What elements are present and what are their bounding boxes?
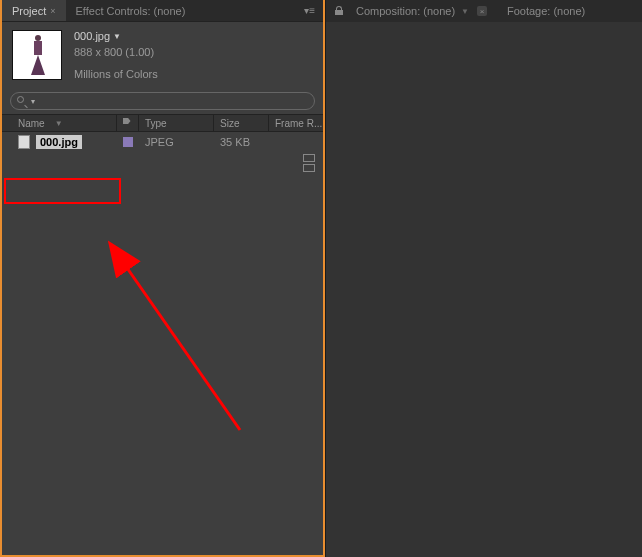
tab-effect-controls[interactable]: Effect Controls: (none) — [66, 0, 196, 21]
column-name-header[interactable]: Name ▼ — [2, 115, 117, 131]
column-size-header[interactable]: Size — [214, 115, 269, 131]
snap-toggle-icon[interactable] — [303, 154, 317, 168]
viewer-panel: Composition: (none) ▼ × Footage: (none) — [325, 0, 642, 557]
close-icon[interactable]: × — [477, 6, 487, 16]
dropdown-icon[interactable]: ▼ — [461, 7, 469, 16]
column-framerate-header[interactable]: Frame R... — [269, 115, 323, 131]
viewer-area[interactable] — [326, 22, 642, 557]
table-row[interactable]: 000.jpg JPEG 35 KB — [2, 132, 323, 152]
close-icon[interactable]: × — [50, 6, 55, 16]
tab-project-label: Project — [12, 5, 46, 17]
asset-thumbnail[interactable] — [12, 30, 62, 80]
file-icon — [18, 135, 30, 149]
tab-composition[interactable]: Composition: (none) ▼ × — [348, 1, 495, 21]
file-list[interactable]: 000.jpg JPEG 35 KB — [2, 132, 323, 555]
panel-menu-icon[interactable]: ▾≡ — [304, 5, 315, 16]
asset-info-area: 000.jpg ▼ 888 x 800 (1.00) Millions of C… — [2, 22, 323, 88]
file-size: 35 KB — [214, 136, 269, 148]
search-dropdown-icon[interactable]: ▾ — [31, 97, 35, 106]
dropdown-icon[interactable]: ▼ — [113, 32, 121, 41]
asset-name: 000.jpg — [74, 30, 110, 42]
lock-icon[interactable] — [334, 6, 344, 16]
search-input[interactable]: ▾ — [10, 92, 315, 110]
columns-header: Name ▼ Type Size Frame R... — [2, 114, 323, 132]
file-color-label[interactable] — [123, 137, 133, 147]
asset-color-info: Millions of Colors — [74, 68, 158, 80]
right-tab-bar: Composition: (none) ▼ × Footage: (none) — [326, 0, 642, 22]
column-tag-header[interactable] — [117, 115, 139, 131]
tab-composition-label: Composition: (none) — [356, 5, 455, 17]
file-name: 000.jpg — [36, 135, 82, 149]
tab-footage-label: Footage: (none) — [507, 5, 585, 17]
asset-dimensions: 888 x 800 (1.00) — [74, 46, 158, 58]
tab-footage[interactable]: Footage: (none) — [495, 1, 597, 21]
tab-project[interactable]: Project × — [2, 0, 66, 21]
left-tab-bar: Project × Effect Controls: (none) ▾≡ — [2, 0, 323, 22]
search-icon — [17, 96, 27, 106]
tag-icon — [123, 118, 133, 128]
project-panel: Project × Effect Controls: (none) ▾≡ 000… — [0, 0, 325, 557]
sort-arrow-icon: ▼ — [55, 119, 63, 128]
search-row: ▾ — [2, 88, 323, 114]
asset-details: 000.jpg ▼ 888 x 800 (1.00) Millions of C… — [74, 30, 158, 80]
tab-effect-controls-label: Effect Controls: (none) — [76, 5, 186, 17]
file-type: JPEG — [139, 136, 214, 148]
column-type-header[interactable]: Type — [139, 115, 214, 131]
